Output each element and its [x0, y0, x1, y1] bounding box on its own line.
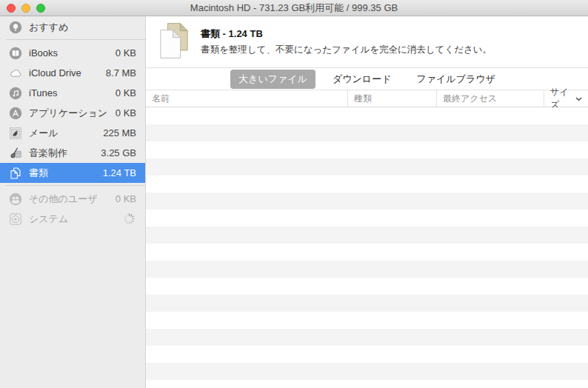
sidebar-item-size: 225 MB	[103, 127, 136, 138]
mail-stamp-icon	[8, 126, 22, 140]
music-note-icon	[8, 86, 22, 100]
sidebar-divider	[6, 39, 145, 40]
traffic-lights	[7, 4, 45, 13]
sidebar-item-size: 0 KB	[116, 193, 136, 204]
users-icon	[8, 192, 22, 206]
sidebar-item-other-users[interactable]: その他のユーザ 0 KB	[0, 189, 145, 209]
file-table-body	[146, 107, 588, 388]
documents-pages-icon	[158, 22, 190, 62]
sidebar-item-label: 書類	[29, 167, 96, 180]
chevron-down-icon	[575, 93, 582, 104]
window-title: Macintosh HD - 731.23 GB利用可能 / 999.35 GB	[190, 0, 398, 16]
sidebar-item-size: 0 KB	[116, 107, 136, 118]
sidebar-item-size: 1.24 TB	[103, 167, 136, 178]
sidebar-item-size: 8.7 MB	[106, 67, 136, 78]
sidebar-item-size: 0 KB	[116, 47, 136, 58]
appstore-icon	[8, 106, 22, 120]
sidebar-item-label: アプリケーション	[29, 107, 109, 120]
table-header: 名前 種類 最終アクセス サイズ	[146, 90, 588, 107]
tab-file-browser[interactable]: ファイルブラウザ	[408, 70, 503, 89]
sidebar-item-label: 音楽制作	[29, 147, 94, 160]
close-button[interactable]	[7, 4, 16, 13]
sidebar-item-label: iTunes	[29, 87, 109, 98]
sidebar-item-label: おすすめ	[29, 21, 130, 34]
lightbulb-icon	[8, 20, 22, 34]
sidebar-item-label: iBooks	[29, 47, 109, 58]
category-title: 書類 - 1.24 TB	[201, 27, 492, 41]
tab-downloads[interactable]: ダウンロード	[324, 70, 400, 89]
documents-icon	[8, 166, 22, 180]
column-header-last-accessed[interactable]: 最終アクセス	[436, 90, 544, 107]
tab-large-files[interactable]: 大きいファイル	[230, 70, 315, 89]
main-panel: 書類 - 1.24 TB 書類を整理して、不要になったファイルを完全に消去してく…	[146, 16, 588, 388]
sidebar-divider	[6, 185, 145, 186]
column-header-name[interactable]: 名前	[146, 90, 347, 107]
sidebar-item-mail[interactable]: メール 225 MB	[0, 123, 145, 143]
loading-spinner-icon	[122, 212, 136, 226]
sidebar-item-documents[interactable]: 書類 1.24 TB	[0, 163, 145, 183]
cloud-icon	[8, 66, 22, 80]
system-icon	[8, 212, 22, 226]
sidebar: おすすめ iBooks 0 KB	[0, 16, 146, 388]
sidebar-item-recommendations[interactable]: おすすめ	[0, 17, 145, 37]
sidebar-item-icloud-drive[interactable]: iCloud Drive 8.7 MB	[0, 63, 145, 83]
sidebar-item-ibooks[interactable]: iBooks 0 KB	[0, 43, 145, 63]
sidebar-item-label: その他のユーザ	[29, 193, 109, 206]
sidebar-item-size: 3.25 GB	[101, 147, 136, 158]
minimize-button[interactable]	[21, 4, 30, 13]
storage-management-window: Macintosh HD - 731.23 GB利用可能 / 999.35 GB…	[0, 0, 588, 388]
category-subtitle: 書類を整理して、不要になったファイルを完全に消去してください。	[201, 44, 492, 56]
sidebar-item-applications[interactable]: アプリケーション 0 KB	[0, 103, 145, 123]
sidebar-item-system[interactable]: システム	[0, 209, 145, 229]
guitar-icon	[8, 146, 22, 160]
book-icon	[8, 46, 22, 60]
column-header-size[interactable]: サイズ	[544, 90, 588, 107]
view-tabs: 大きいファイル ダウンロード ファイルブラウザ	[146, 68, 588, 90]
sidebar-item-label: システム	[29, 213, 116, 226]
sidebar-item-size: 0 KB	[116, 87, 136, 98]
column-header-kind[interactable]: 種類	[347, 90, 436, 107]
sidebar-item-label: メール	[29, 127, 96, 140]
category-header: 書類 - 1.24 TB 書類を整理して、不要になったファイルを完全に消去してく…	[146, 16, 588, 68]
title-bar: Macintosh HD - 731.23 GB利用可能 / 999.35 GB	[0, 0, 588, 16]
zoom-button[interactable]	[36, 4, 45, 13]
sidebar-item-itunes[interactable]: iTunes 0 KB	[0, 83, 145, 103]
sidebar-item-music-production[interactable]: 音楽制作 3.25 GB	[0, 143, 145, 163]
sidebar-item-label: iCloud Drive	[29, 67, 99, 78]
